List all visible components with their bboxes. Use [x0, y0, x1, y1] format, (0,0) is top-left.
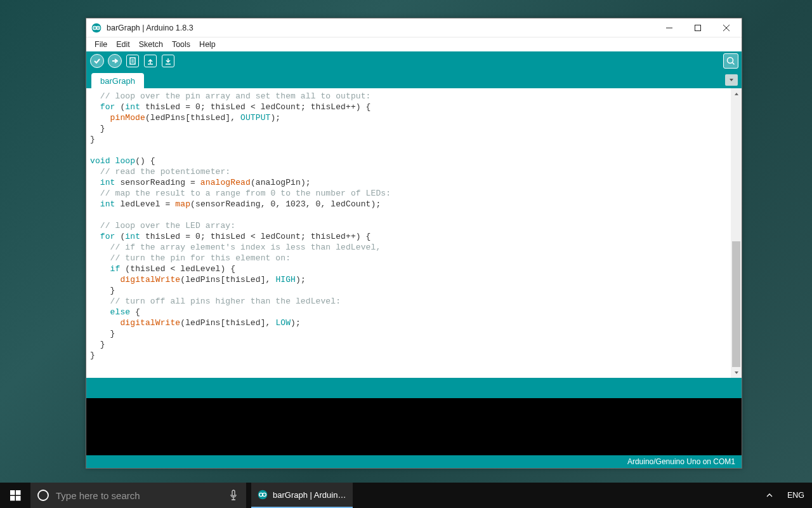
svg-rect-7 [16, 490, 21, 495]
svg-point-5 [728, 58, 733, 64]
svg-point-10 [38, 490, 48, 500]
scroll-up-button[interactable] [731, 88, 742, 99]
editor-area: // loop over the pin array and set them … [86, 88, 742, 378]
start-button[interactable] [0, 483, 30, 508]
arduino-logo-icon [258, 490, 268, 500]
new-sketch-button[interactable] [125, 53, 140, 69]
svg-rect-6 [10, 490, 15, 495]
cortana-icon [30, 489, 56, 502]
tab-dropdown-button[interactable] [725, 74, 738, 86]
status-strip [86, 378, 742, 398]
code-editor[interactable]: // loop over the pin array and set them … [86, 88, 731, 378]
window-title: barGraph | Arduino 1.8.3 [107, 23, 193, 32]
arduino-logo-icon [91, 23, 102, 33]
serial-monitor-button[interactable] [723, 53, 738, 69]
taskbar-task-arduino[interactable]: barGraph | Arduino... [251, 483, 353, 508]
taskbar-search[interactable]: Type here to search [30, 483, 246, 508]
svg-rect-11 [232, 490, 235, 496]
titlebar: barGraph | Arduino 1.8.3 [86, 18, 742, 37]
console-output[interactable] [86, 398, 742, 455]
svg-rect-3 [695, 25, 700, 30]
svg-rect-9 [16, 496, 21, 501]
bottombar: Arduino/Genuino Uno on COM1 [86, 455, 742, 468]
menu-edit[interactable]: Edit [112, 39, 134, 50]
taskbar: Type here to search barGraph | Arduino..… [0, 483, 812, 508]
open-sketch-button[interactable] [143, 53, 158, 69]
minimize-button[interactable] [655, 18, 683, 37]
task-label: barGraph | Arduino... [273, 490, 346, 500]
tray-overflow-button[interactable] [763, 491, 776, 499]
upload-button[interactable] [107, 53, 122, 69]
menu-sketch[interactable]: Sketch [134, 39, 167, 50]
system-tray: ENG [761, 483, 812, 508]
scroll-thumb[interactable] [732, 241, 740, 367]
verify-button[interactable] [89, 53, 105, 69]
toolbar [86, 51, 742, 70]
menu-help[interactable]: Help [195, 39, 220, 50]
scrollbar-vertical[interactable] [731, 88, 742, 378]
arduino-window: barGraph | Arduino 1.8.3 File Edit Sketc… [86, 18, 742, 469]
maximize-button[interactable] [683, 18, 712, 37]
language-indicator[interactable]: ENG [782, 491, 809, 500]
board-info: Arduino/Genuino Uno on COM1 [627, 457, 735, 466]
tabbar: barGraph [86, 70, 742, 88]
tab-bargraph[interactable]: barGraph [91, 73, 144, 88]
svg-rect-8 [10, 496, 15, 501]
menu-tools[interactable]: Tools [167, 39, 195, 50]
save-sketch-button[interactable] [160, 53, 176, 69]
mic-icon[interactable] [221, 490, 246, 501]
menubar: File Edit Sketch Tools Help [86, 37, 742, 51]
close-button[interactable] [712, 18, 740, 37]
search-placeholder: Type here to search [56, 490, 221, 501]
menu-file[interactable]: File [90, 39, 112, 50]
scroll-track[interactable] [731, 99, 742, 367]
scroll-down-button[interactable] [731, 367, 742, 378]
